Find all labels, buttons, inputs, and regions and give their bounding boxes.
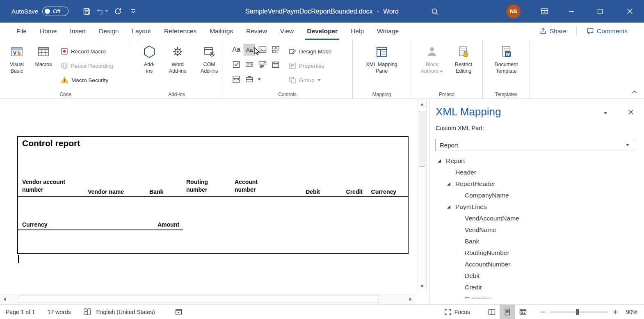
block-authors-button[interactable]: Block Authors xyxy=(420,43,444,74)
xml-tree-node-header[interactable]: Header xyxy=(430,167,642,178)
repeating-section-content-control-button[interactable] xyxy=(231,73,242,85)
addins-button[interactable]: Add- ins xyxy=(139,43,159,74)
tab-references[interactable]: References xyxy=(158,23,203,40)
checkbox-content-control-button[interactable] xyxy=(231,59,242,70)
proofing-status-button[interactable] xyxy=(83,308,92,316)
vertical-scrollbar[interactable] xyxy=(418,100,427,291)
macro-recording-status-button[interactable] xyxy=(175,308,183,316)
macros-button[interactable]: Macros xyxy=(33,43,54,68)
com-addins-button[interactable]: COM Add-ins xyxy=(196,43,222,74)
xml-tree-node-paymlines[interactable]: PaymLines xyxy=(430,201,642,213)
read-mode-button[interactable] xyxy=(484,305,500,319)
scroll-right-button[interactable] xyxy=(407,294,414,304)
group-button[interactable]: Group xyxy=(287,74,333,86)
repeat-icon xyxy=(114,7,122,16)
group-label-protect: Protect xyxy=(411,92,482,97)
xml-tree-node-reportheader[interactable]: ReportHeader xyxy=(430,178,642,190)
comments-button[interactable]: Comments xyxy=(581,28,633,35)
horizontal-scrollbar-thumb[interactable] xyxy=(19,296,379,303)
document-template-button[interactable]: W Document Template xyxy=(489,43,523,74)
close-button[interactable] xyxy=(615,0,644,23)
web-layout-button[interactable] xyxy=(515,305,531,319)
rich-text-content-control-button[interactable]: Aa xyxy=(231,44,242,55)
undo-button[interactable] xyxy=(95,3,110,20)
custom-xml-part-select[interactable]: Report xyxy=(435,139,634,151)
collapse-arrow-icon[interactable] xyxy=(447,182,455,186)
tab-design[interactable]: Design xyxy=(92,23,125,40)
record-macro-button[interactable]: Record Macro xyxy=(59,46,115,57)
language-indicator[interactable]: English (United States) xyxy=(96,309,155,315)
tab-layout[interactable]: Layout xyxy=(125,23,158,40)
legacy-tools-button[interactable] xyxy=(244,73,255,85)
search-button[interactable] xyxy=(427,0,443,23)
restrict-editing-button[interactable]: Restrict Editing xyxy=(451,43,476,74)
properties-button[interactable]: Properties xyxy=(287,60,333,71)
scroll-left-button[interactable] xyxy=(1,294,8,304)
pane-options-button[interactable] xyxy=(601,108,610,118)
combo-box-content-control-button[interactable] xyxy=(244,59,255,70)
xml-tree-node-companyname[interactable]: CompanyName xyxy=(430,190,642,201)
undo-dropdown-icon xyxy=(105,10,108,12)
share-button[interactable]: Share xyxy=(534,28,572,35)
print-layout-button[interactable] xyxy=(500,305,515,319)
tab-review[interactable]: Review xyxy=(240,23,274,40)
tab-help[interactable]: Help xyxy=(344,23,370,40)
zoom-level[interactable]: 90% xyxy=(626,309,637,315)
xml-tree-node-debit[interactable]: Debit xyxy=(430,270,642,282)
autosave-toggle[interactable]: Off xyxy=(42,7,69,16)
save-button[interactable] xyxy=(79,3,94,20)
page-indicator[interactable]: Page 1 of 1 xyxy=(6,309,35,315)
pane-close-button[interactable] xyxy=(625,106,637,118)
maximize-button[interactable] xyxy=(587,0,614,23)
building-block-gallery-control-button[interactable] xyxy=(270,44,281,55)
minimize-button[interactable] xyxy=(558,0,585,23)
xml-tree-node-vendaccountname[interactable]: VendAccountName xyxy=(430,213,642,224)
scroll-down-button[interactable] xyxy=(418,282,426,291)
horizontal-scrollbar[interactable] xyxy=(0,294,415,304)
document-canvas[interactable]: Control report Vendor account number Ven… xyxy=(0,99,429,304)
vertical-scrollbar-thumb[interactable] xyxy=(419,111,425,167)
tab-mailings[interactable]: Mailings xyxy=(203,23,240,40)
collapse-arrow-icon[interactable] xyxy=(447,205,455,209)
zoom-out-button[interactable] xyxy=(541,310,546,314)
xml-tree-node-routingnumber[interactable]: RoutingNumber xyxy=(430,247,642,259)
zoom-in-button[interactable] xyxy=(613,310,618,314)
tab-developer[interactable]: Developer xyxy=(300,23,344,40)
collapse-arrow-icon[interactable] xyxy=(438,159,446,163)
xml-tree-node-accountnumber[interactable]: AccountNumber xyxy=(430,259,642,270)
xml-tree-node-currency[interactable]: Currency xyxy=(430,293,642,298)
macro-security-button[interactable]: Macro Security xyxy=(59,74,115,86)
visual-basic-button[interactable]: Visual Basic xyxy=(6,43,28,74)
word-count[interactable]: 17 words xyxy=(48,309,71,315)
combo-dropdown-button[interactable] xyxy=(622,140,633,150)
tab-home[interactable]: Home xyxy=(33,23,63,40)
customize-qat-button[interactable] xyxy=(126,3,141,20)
tab-writage[interactable]: Writage xyxy=(370,23,405,40)
dropdown-list-content-control-button[interactable] xyxy=(257,59,268,70)
legacy-tools-dropdown[interactable] xyxy=(257,73,268,85)
focus-mode-button[interactable]: Focus xyxy=(444,308,470,316)
xml-tree-node-bank[interactable]: Bank xyxy=(430,236,642,247)
zoom-slider-thumb[interactable] xyxy=(576,309,579,315)
print-layout-icon xyxy=(504,308,511,316)
pause-recording-button[interactable]: Pause Recording xyxy=(59,60,115,71)
tab-file[interactable]: File xyxy=(10,23,33,40)
zoom-slider[interactable] xyxy=(550,309,608,315)
ribbon-display-options-button[interactable] xyxy=(535,0,553,23)
chevron-down-icon xyxy=(317,79,321,81)
xml-mapping-pane-button[interactable]: XML Mapping Pane xyxy=(362,43,402,74)
date-picker-content-control-button[interactable] xyxy=(270,59,281,70)
zoom-slider-track[interactable] xyxy=(550,312,608,312)
collapse-ribbon-button[interactable] xyxy=(632,88,637,95)
xml-tree-node-report[interactable]: Report xyxy=(430,155,642,167)
word-addins-button[interactable]: Word Add-ins xyxy=(165,43,190,74)
account-avatar[interactable]: NS xyxy=(505,0,522,23)
scroll-up-button[interactable] xyxy=(418,100,426,108)
tab-insert[interactable]: Insert xyxy=(63,23,92,40)
plain-text-content-control-button[interactable]: Aa xyxy=(244,44,255,55)
repeat-button[interactable] xyxy=(110,3,125,20)
xml-tree-node-vendname[interactable]: VendName xyxy=(430,224,642,236)
tab-view[interactable]: View xyxy=(274,23,300,40)
xml-tree-node-credit[interactable]: Credit xyxy=(430,282,642,293)
design-mode-button[interactable]: Design Mode xyxy=(287,46,333,57)
